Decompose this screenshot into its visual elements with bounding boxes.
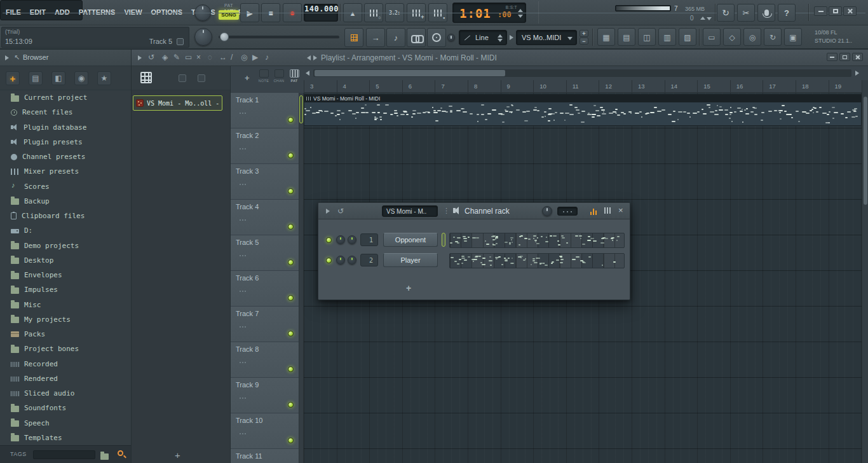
playlist-detach-icon[interactable] [138,55,142,60]
playlist-add-button[interactable]: + [245,73,250,83]
ruler-bar-number[interactable]: 6 [402,80,435,92]
browser-item[interactable]: Recorded [0,357,131,371]
ruler-bar-number[interactable]: 5 [369,80,402,92]
paint-tool-icon[interactable]: ▭ [185,53,192,62]
browser-item[interactable]: Channel presets [0,149,131,164]
browser-item[interactable]: Plugin database [0,120,131,135]
rack-menu-icon[interactable] [443,207,450,215]
pattern-add-button[interactable] [580,30,588,37]
scrollbar-thumb[interactable] [315,70,505,76]
rack-undo-icon[interactable] [337,207,344,216]
channel-number[interactable]: 1 [360,233,378,246]
time-mode-label[interactable]: B:S:T [506,5,517,10]
track-mute-led[interactable] [288,366,294,372]
clipboard-button[interactable] [703,28,721,46]
midi-clip[interactable]: VS Momi - Momi Roll - MIDI [304,94,862,126]
track-header[interactable]: Track 2 [231,128,299,164]
browser-item[interactable]: Scores [0,179,131,194]
slip-tool-icon[interactable]: ↔ [219,53,227,62]
browser-back-icon[interactable] [14,53,20,62]
browser-tab-content[interactable] [74,71,88,85]
playlist-toggle-button[interactable] [597,28,615,46]
channel-rack-titlebar[interactable]: VS Momi - M.. Channel rack [318,203,630,219]
browser-item[interactable]: Demo projects [0,238,131,253]
horizontal-scrollbar[interactable] [313,69,851,77]
tags-label[interactable]: TAGS [10,451,27,457]
link-controllers-button[interactable] [407,28,426,47]
ruler-bar-number[interactable]: 17 [763,80,796,92]
slider-thumb[interactable] [220,32,229,41]
browser-item[interactable]: Soundfonts [0,401,131,415]
channel-button-player[interactable]: Player [383,253,438,267]
song-mode-toggle[interactable]: SONG [219,10,239,20]
channel-volume-knob[interactable] [348,235,356,244]
browser-tab-collections[interactable] [6,71,20,85]
pattern-item[interactable]: VS Momi - Mo..oll - MIDI [133,95,222,111]
track-name[interactable]: Track 5 [236,238,259,246]
snap-up-arrow[interactable] [498,34,503,38]
plugin-picker-button[interactable] [723,28,741,46]
track-mute-led[interactable] [288,438,294,443]
time-up-arrow[interactable] [518,9,523,12]
channel-volume-knob[interactable] [348,256,356,265]
track-header[interactable]: Track 11 [231,449,299,463]
tab-pat[interactable]: PAT [287,69,302,83]
browser-item[interactable]: Desktop [0,253,131,268]
rack-grid-view-icon[interactable] [604,207,612,214]
channel-select-indicator[interactable] [442,233,445,247]
audition-icon[interactable]: ♪ [265,53,269,62]
ruler-bar-number[interactable]: 13 [632,80,665,92]
channel-note-preview[interactable] [449,233,625,248]
draw-tool-icon[interactable]: ✎ [173,53,180,62]
rack-pattern-selector[interactable]: VS Momi - M.. [382,205,438,217]
ruler-bar-number[interactable]: 15 [697,80,730,92]
picker-automation-tab-icon[interactable] [198,74,205,82]
vertical-scrollbar[interactable] [862,80,868,463]
snap-knob[interactable] [447,34,455,41]
piano-roll-toggle-button[interactable] [618,28,635,46]
rack-add-channel-button[interactable]: + [406,283,411,293]
step-edit-button[interactable] [366,28,385,47]
track-name[interactable]: Track 1 [236,96,259,104]
scrollbar-thumb[interactable] [864,97,867,205]
track-mute-led[interactable] [288,402,294,408]
track-header[interactable]: Track 7 [231,307,299,342]
browser-item[interactable]: Rendered [0,371,131,386]
window-maximize-button[interactable] [829,6,842,16]
help-button[interactable] [778,4,796,22]
track-name[interactable]: Track 2 [236,132,259,139]
note-snap-button[interactable] [386,28,405,47]
browser-item[interactable]: Plugin presets [0,135,131,149]
track-header[interactable]: Track 4 [231,200,299,235]
mic-button[interactable] [757,4,775,22]
track-header[interactable]: Track 8 [231,342,299,378]
track-mute-led[interactable] [288,295,294,301]
track-name[interactable]: Track 7 [236,310,259,317]
mute-tool-icon[interactable]: ◌ [208,53,212,62]
scroll-left-arrow[interactable] [306,71,309,76]
rack-swing-knob[interactable] [542,206,552,216]
snap-down-arrow[interactable] [498,39,503,42]
track-mute-led[interactable] [288,153,294,158]
browser-item[interactable]: Misc [0,298,131,312]
tools-button[interactable] [784,28,802,46]
track-header[interactable]: Track 1 [231,93,299,128]
picker-add-button[interactable]: + [175,450,180,460]
channel-enable-led[interactable] [326,237,332,243]
slice-tool-icon[interactable]: / [231,53,233,62]
browser-tab-files[interactable] [29,71,43,85]
channel-number[interactable]: 2 [360,254,378,266]
ruler-bar-number[interactable]: 9 [501,80,534,92]
browser-item[interactable]: Current project [0,90,131,105]
ruler-bar-number[interactable]: 16 [730,80,763,92]
playlist-titlebar[interactable]: ↺ ◈ ✎ ▭ × ◌ ↔ / ◎ ▶ ♪ Playlist - Arrange… [132,50,868,66]
browser-item[interactable]: Templates [0,431,131,445]
zoom-tool-icon[interactable]: ◎ [241,53,247,62]
track-name[interactable]: Track 6 [236,274,259,282]
browser-item[interactable]: Sliced audio [0,386,131,401]
browser-item[interactable]: Envelopes [0,268,131,282]
browser-item[interactable]: Backup [0,194,131,209]
ruler-bar-number[interactable]: 14 [665,80,698,92]
browser-item[interactable]: Project bones [0,342,131,356]
channel-button-opponent[interactable]: Opponent [383,233,438,247]
